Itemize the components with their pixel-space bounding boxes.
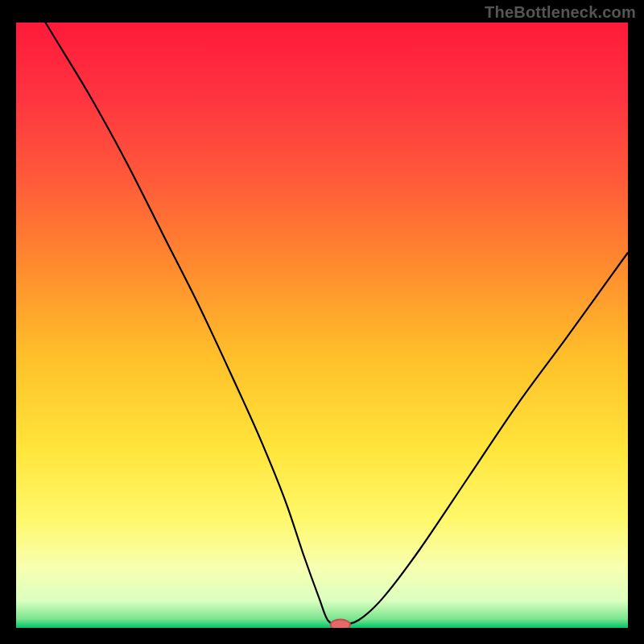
minimum-marker [331, 619, 350, 628]
watermark-label: TheBottleneck.com [485, 3, 636, 22]
chart-frame: TheBottleneck.com [0, 0, 644, 644]
gradient-background [16, 23, 628, 628]
chart-svg [16, 23, 628, 628]
plot-area [16, 23, 628, 628]
